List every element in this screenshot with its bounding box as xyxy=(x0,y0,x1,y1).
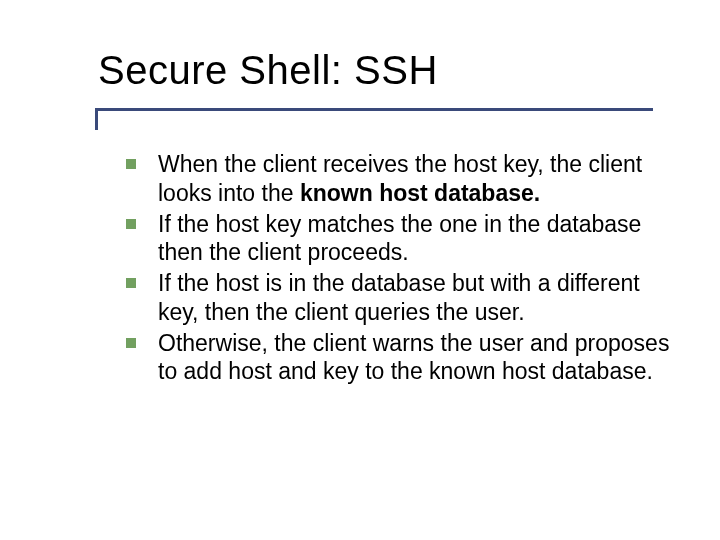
text-bold: known host database. xyxy=(300,180,540,206)
square-bullet-icon xyxy=(126,159,136,169)
slide-body: When the client receives the host key, t… xyxy=(126,150,672,388)
title-underline-arm xyxy=(95,108,98,130)
title-underline xyxy=(98,108,653,111)
text-run: Otherwise, the client warns the user and… xyxy=(158,330,669,385)
list-item-text: When the client receives the host key, t… xyxy=(158,150,672,208)
square-bullet-icon xyxy=(126,338,136,348)
list-item: If the host is in the database but with … xyxy=(126,269,672,327)
text-run: If the host key matches the one in the d… xyxy=(158,211,641,266)
list-item-text: If the host is in the database but with … xyxy=(158,269,672,327)
slide: Secure Shell: SSH When the client receiv… xyxy=(0,0,720,540)
square-bullet-icon xyxy=(126,219,136,229)
list-item: If the host key matches the one in the d… xyxy=(126,210,672,268)
list-item: Otherwise, the client warns the user and… xyxy=(126,329,672,387)
square-bullet-icon xyxy=(126,278,136,288)
text-run: If the host is in the database but with … xyxy=(158,270,640,325)
list-item: When the client receives the host key, t… xyxy=(126,150,672,208)
list-item-text: Otherwise, the client warns the user and… xyxy=(158,329,672,387)
slide-title: Secure Shell: SSH xyxy=(98,48,438,93)
list-item-text: If the host key matches the one in the d… xyxy=(158,210,672,268)
